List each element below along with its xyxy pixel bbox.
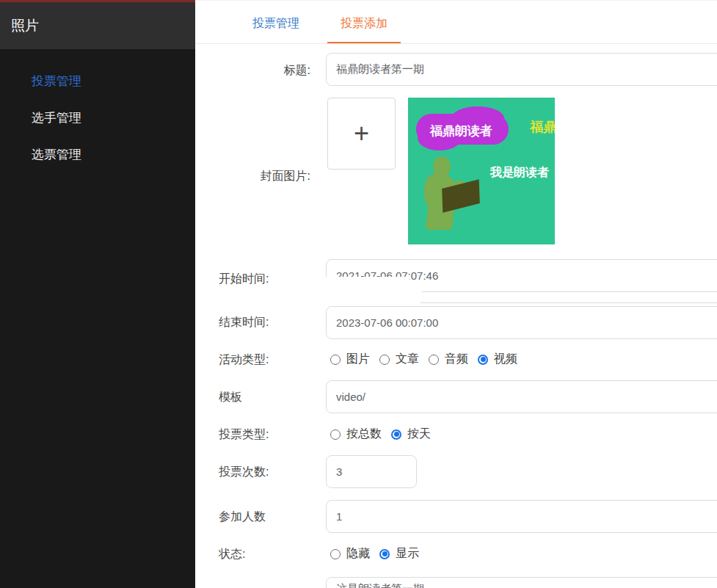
- preview-caption-text: 我是朗读者: [490, 165, 549, 181]
- datetime-picker-overlay: [320, 277, 410, 304]
- radio-option-label: 图片: [346, 352, 370, 367]
- plus-icon: +: [354, 120, 369, 147]
- datetime-picker-divider: [421, 302, 717, 303]
- radio-option-显示[interactable]: 显示: [379, 546, 419, 562]
- vote-type-label: 投票类型:: [219, 427, 269, 442]
- radio-checked-icon[interactable]: [478, 355, 488, 365]
- cover-label: 封面图片:: [204, 169, 310, 184]
- template-label: 模板: [219, 390, 242, 404]
- vote-count-input-value: 3: [336, 465, 342, 478]
- sidebar-nav: 投票管理 选手管理 选票管理: [0, 63, 195, 173]
- participants-input[interactable]: 1: [326, 500, 717, 533]
- status-radio-group: 隐藏显示: [330, 546, 429, 562]
- radio-option-按天[interactable]: 按天: [391, 427, 431, 442]
- end-time-label: 结束时间:: [219, 315, 269, 330]
- activity-type-radio-group: 图片文章音频视频: [330, 352, 527, 367]
- sidebar-title: 照片: [0, 2, 195, 49]
- radio-option-音频[interactable]: 音频: [429, 352, 468, 367]
- radio-option-视频[interactable]: 视频: [478, 352, 517, 367]
- radio-option-按总数[interactable]: 按总数: [330, 427, 382, 442]
- vote-count-input[interactable]: 3: [326, 455, 417, 488]
- activity-type-label: 活动类型:: [219, 352, 269, 367]
- sidebar: 照片 投票管理 选手管理 选票管理: [0, 0, 195, 588]
- title-input[interactable]: 福鼎朗读者第一期: [326, 53, 717, 86]
- sidebar-item-ballot-manage[interactable]: 选票管理: [0, 137, 195, 173]
- title-label: 标题:: [204, 63, 310, 78]
- upload-image-button[interactable]: +: [327, 98, 396, 170]
- template-input[interactable]: video/: [326, 380, 717, 413]
- radio-unchecked-icon[interactable]: [330, 549, 341, 559]
- radio-checked-icon[interactable]: [391, 429, 401, 440]
- participants-input-value: 1: [336, 510, 342, 523]
- description-input-value: 这是朗读者第一期: [336, 582, 424, 588]
- sidebar-item-vote-manage[interactable]: 投票管理: [0, 63, 195, 100]
- radio-option-图片[interactable]: 图片: [330, 352, 370, 367]
- title-input-value: 福鼎朗读者第一期: [336, 62, 424, 76]
- sidebar-item-contestant-manage[interactable]: 选手管理: [0, 100, 195, 137]
- start-time-label: 开始时间:: [219, 272, 269, 286]
- participants-label: 参加人数: [219, 509, 266, 524]
- description-input[interactable]: 这是朗读者第一期: [326, 577, 717, 588]
- radio-option-文章[interactable]: 文章: [379, 352, 419, 367]
- tab-vote-add[interactable]: 投票添加: [327, 1, 401, 43]
- end-time-input-value: 2023-07-06 00:07:00: [336, 316, 438, 329]
- radio-option-label: 按天: [407, 427, 431, 442]
- tab-vote-manage[interactable]: 投票管理: [242, 1, 310, 42]
- cover-preview-image[interactable]: 福鼎朗读者 福鼎 我是朗读者: [408, 98, 555, 244]
- preview-corner-text: 福鼎: [530, 118, 555, 136]
- radio-option-隐藏[interactable]: 隐藏: [330, 546, 370, 562]
- radio-option-label: 音频: [445, 352, 468, 367]
- radio-option-label: 显示: [396, 546, 419, 562]
- vote-count-label: 投票次数:: [219, 465, 269, 479]
- radio-unchecked-icon[interactable]: [330, 355, 341, 365]
- radio-unchecked-icon[interactable]: [379, 355, 390, 365]
- radio-unchecked-icon[interactable]: [330, 429, 341, 440]
- radio-option-label: 视频: [494, 352, 517, 367]
- template-input-value: video/: [336, 391, 365, 403]
- radio-checked-icon[interactable]: [379, 549, 390, 559]
- preview-badge-text: 福鼎朗读者: [430, 123, 492, 139]
- end-time-input[interactable]: 2023-07-06 00:07:00: [326, 306, 717, 339]
- datetime-picker-overlay: [409, 281, 422, 304]
- tab-bar: 投票管理 投票添加: [195, 0, 717, 44]
- radio-option-label: 文章: [396, 352, 419, 367]
- vote-type-radio-group: 按总数按天: [330, 427, 440, 442]
- status-label: 状态:: [219, 547, 245, 562]
- main-content: 投票管理 投票添加 标题: 福鼎朗读者第一期 封面图片: + 福鼎朗读者 福鼎 …: [195, 0, 717, 588]
- radio-option-label: 按总数: [346, 427, 382, 442]
- radio-option-label: 隐藏: [346, 546, 370, 562]
- radio-unchecked-icon[interactable]: [429, 355, 439, 365]
